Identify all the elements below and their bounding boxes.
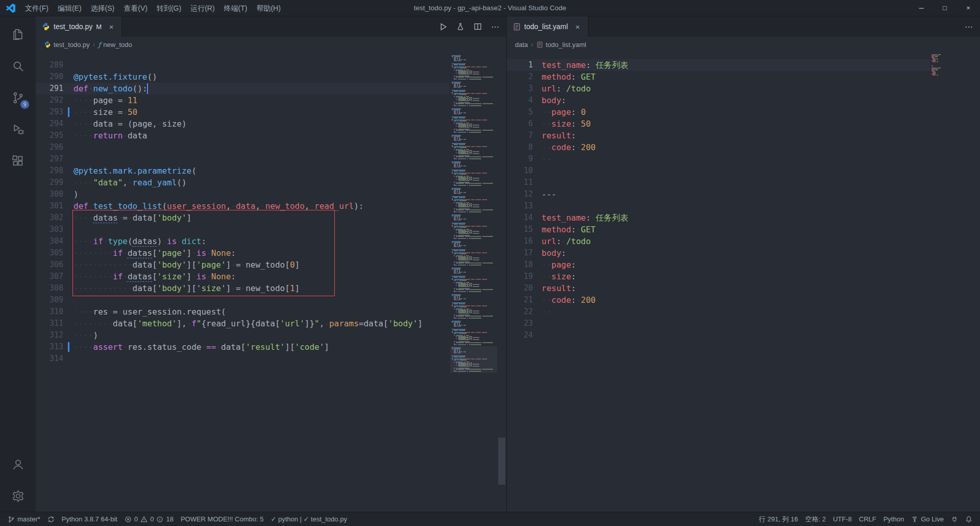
remote-status[interactable] <box>947 512 962 526</box>
code-line[interactable]: ··size:·50 <box>542 118 930 130</box>
code-line[interactable]: ····"data",·read_yaml() <box>74 177 449 188</box>
line-number[interactable]: 20 <box>507 282 538 294</box>
minimap[interactable] <box>930 54 973 512</box>
menu-selection[interactable]: 选择(S) <box>86 0 119 16</box>
code-line[interactable]: def·new_todo(): <box>74 83 449 94</box>
line-number[interactable]: 11 <box>507 177 538 188</box>
code-line[interactable]: ····if·type(datas)·is·dict: <box>74 235 449 247</box>
code-line[interactable]: body: <box>542 247 930 259</box>
line-number-gutter[interactable]: 123456789101112131415161718192021222324 <box>507 52 538 512</box>
run-tests-icon[interactable] <box>453 19 468 34</box>
code-line[interactable]: ·· <box>542 306 930 318</box>
line-number[interactable]: 291 <box>36 83 69 94</box>
code-line[interactable]: result: <box>542 130 930 141</box>
notifications-status[interactable] <box>962 512 976 526</box>
code-line[interactable]: @pytest.fixture() <box>74 71 449 83</box>
line-number[interactable]: 297 <box>36 153 69 165</box>
more-actions-icon[interactable]: ⋯ <box>488 19 502 34</box>
code-line[interactable]: @pytest.mark.parametrize( <box>74 165 449 177</box>
code-line[interactable]: def·test_todo_list(user_session,·data,·n… <box>74 200 449 212</box>
code-line[interactable]: ····) <box>74 329 449 341</box>
line-number[interactable]: 300 <box>36 188 69 200</box>
code-line[interactable] <box>74 153 449 165</box>
line-number[interactable]: 24 <box>507 329 538 341</box>
line-number[interactable]: 308 <box>36 282 69 294</box>
code-line[interactable]: ··page:·0 <box>542 106 930 118</box>
line-number[interactable]: 305 <box>36 247 69 259</box>
line-number[interactable]: 310 <box>36 306 69 318</box>
code-line[interactable]: --- <box>542 188 930 200</box>
line-number[interactable]: 298 <box>36 165 69 177</box>
line-number[interactable]: 313 <box>36 341 69 353</box>
tab-test-todo-py[interactable]: test_todo.py M × <box>36 16 122 37</box>
code-line[interactable]: ············data['body']['size']·=·new_t… <box>74 282 449 294</box>
line-number[interactable]: 295 <box>36 130 69 141</box>
vertical-scrollbar[interactable] <box>973 52 980 512</box>
code-line[interactable] <box>542 165 930 177</box>
line-number[interactable]: 4 <box>507 94 538 106</box>
line-number[interactable]: 16 <box>507 235 538 247</box>
line-number[interactable]: 309 <box>36 294 69 306</box>
code-line[interactable] <box>542 329 930 341</box>
python-interpreter-status[interactable]: Python 3.8.7 64-bit <box>58 512 121 526</box>
menu-view[interactable]: 查看(V) <box>119 0 152 16</box>
minimap[interactable] <box>450 54 497 512</box>
maximize-button[interactable]: □ <box>933 0 957 16</box>
code-line[interactable]: ·· <box>542 153 930 165</box>
source-control-icon[interactable]: 9 <box>0 82 36 113</box>
line-number[interactable]: 294 <box>36 118 69 130</box>
code-line[interactable] <box>542 200 930 212</box>
scrollbar-thumb[interactable] <box>498 438 505 485</box>
code-line[interactable]: ) <box>74 188 449 200</box>
line-number[interactable]: 10 <box>507 165 538 177</box>
menu-run[interactable]: 运行(R) <box>186 0 219 16</box>
code-line[interactable] <box>74 59 449 71</box>
line-number[interactable]: 22 <box>507 306 538 318</box>
line-number[interactable]: 12 <box>507 188 538 200</box>
menu-help[interactable]: 帮助(H) <box>252 0 285 16</box>
line-number[interactable]: 292 <box>36 94 69 106</box>
power-mode-status[interactable]: POWER MODE!!! Combo: 5 <box>177 512 267 526</box>
problems-status[interactable]: 0 0 18 <box>121 512 177 526</box>
close-tab-icon[interactable]: × <box>573 21 583 32</box>
tab-todo-list-yaml[interactable]: todo_list.yaml × <box>507 16 589 37</box>
code-line[interactable]: url:·/todo <box>542 83 930 94</box>
line-number[interactable]: 302 <box>36 212 69 224</box>
code-line[interactable] <box>74 353 449 365</box>
close-tab-icon[interactable]: × <box>106 21 116 32</box>
eol-status[interactable]: CRLF <box>855 512 880 526</box>
line-number[interactable]: 303 <box>36 224 69 235</box>
code-line[interactable] <box>542 177 930 188</box>
code-line[interactable]: ········data['method'],·f"{read_url}{dat… <box>74 318 449 329</box>
menu-edit[interactable]: 编辑(E) <box>53 0 86 16</box>
code-line[interactable]: method:·GET <box>542 224 930 235</box>
run-python-file-icon[interactable] <box>436 19 450 34</box>
line-number[interactable]: 13 <box>507 200 538 212</box>
code-line[interactable] <box>542 318 930 329</box>
line-number[interactable]: 14 <box>507 212 538 224</box>
code-line[interactable] <box>74 141 449 153</box>
line-number[interactable]: 21 <box>507 294 538 306</box>
code-line[interactable]: ····size·=·50 <box>74 106 449 118</box>
menu-file[interactable]: 文件(F) <box>20 0 53 16</box>
code-line[interactable]: url:·/todo <box>542 235 930 247</box>
line-number[interactable]: 299 <box>36 177 69 188</box>
line-number[interactable]: 8 <box>507 141 538 153</box>
linter-status[interactable]: ✓ python | ✓ test_todo.py <box>267 512 350 526</box>
settings-gear-icon[interactable] <box>0 480 36 512</box>
line-number-gutter[interactable]: 2892902912922932942952962972982993003013… <box>36 52 69 512</box>
line-number[interactable]: 5 <box>507 106 538 118</box>
code-line[interactable]: method:·GET <box>542 71 930 83</box>
line-number[interactable]: 293 <box>36 106 69 118</box>
line-number[interactable]: 311 <box>36 318 69 329</box>
code-line[interactable]: body: <box>542 94 930 106</box>
line-number[interactable]: 314 <box>36 353 69 365</box>
code-line[interactable]: ········if·datas['page']·is·None: <box>74 247 449 259</box>
indentation-status[interactable]: 空格: 2 <box>801 512 829 526</box>
code-line[interactable] <box>74 224 449 235</box>
line-number[interactable]: 9 <box>507 153 538 165</box>
run-and-debug-icon[interactable] <box>0 113 36 145</box>
code-line[interactable]: test_name:·任务列表 <box>542 212 930 224</box>
code-line[interactable]: ········if·datas['size']·is·None: <box>74 271 449 282</box>
line-number[interactable]: 7 <box>507 130 538 141</box>
